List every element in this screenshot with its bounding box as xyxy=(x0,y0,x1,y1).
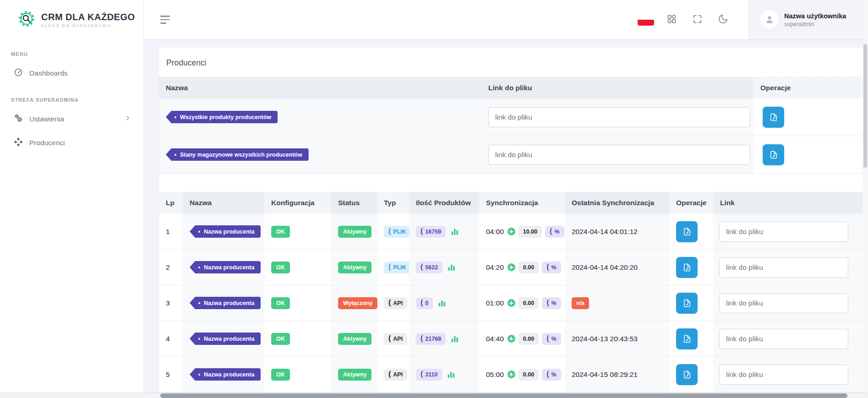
header-lp: Lp xyxy=(159,192,183,214)
type-pill: (PLIK xyxy=(384,226,411,238)
header-operacje: Operacje xyxy=(669,192,713,214)
sidebar: CRM DLA KAŻDEGO KLUCZ DO ZARZĄDZANIA MEN… xyxy=(0,0,144,393)
cell-ostatnia: 2024-04-14 04:20:20 xyxy=(565,250,669,285)
sync-time: 04:00 xyxy=(486,228,504,236)
export-link-button[interactable] xyxy=(676,328,698,349)
cell-status: Aktywny xyxy=(331,321,377,356)
brand-subtitle: KLUCZ DO ZARZĄDZANIA xyxy=(41,23,135,28)
status-badge: Aktywny xyxy=(338,333,371,345)
export-link-button[interactable] xyxy=(676,221,698,242)
hamburger-menu-icon[interactable] xyxy=(160,13,174,27)
cell-nazwa: Nazwa producenta xyxy=(183,250,264,285)
cell-operacje xyxy=(669,214,713,249)
link-input[interactable] xyxy=(488,107,750,127)
sync-value-pill: 0.00 xyxy=(519,262,539,273)
type-pill: (API xyxy=(384,333,407,345)
link-input[interactable] xyxy=(719,222,848,242)
table-row: 4 Nazwa producenta OK Aktywny (API (2176… xyxy=(159,321,863,357)
type-pill: (API xyxy=(384,297,407,309)
table-row: Wszystkie produkty producentów xyxy=(159,98,863,136)
cell-konfiguracja: OK xyxy=(264,357,331,392)
brand-title: CRM DLA KAŻDEGO xyxy=(41,12,135,22)
user-menu[interactable]: Nazwa użytkownika superadmin xyxy=(748,0,868,39)
cell-link xyxy=(713,250,863,285)
header-konfiguracja: Konfiguracja xyxy=(264,192,331,214)
cell-lp: 4 xyxy=(159,321,183,356)
cell-lp: 3 xyxy=(159,285,183,321)
stats-button[interactable] xyxy=(451,228,459,235)
vertical-scrollbar xyxy=(863,0,868,393)
link-input[interactable] xyxy=(719,365,848,385)
vertical-scrollbar-thumb[interactable] xyxy=(863,44,867,168)
horizontal-scrollbar-thumb[interactable] xyxy=(160,393,847,398)
category-badge: Stany magazynowe wszystkich producentów xyxy=(166,148,309,161)
apps-grid-icon xyxy=(666,14,677,26)
cell-typ: (API xyxy=(377,357,409,392)
sync-value-pill: 0.00 xyxy=(519,369,539,381)
cell-synchronizacja: 04:00 10.00 (% xyxy=(479,214,565,249)
stats-button[interactable] xyxy=(448,263,456,271)
producer-badge: Nazwa producenta xyxy=(190,225,261,238)
export-link-button[interactable] xyxy=(676,364,698,385)
sidebar-item-dashboards[interactable]: Dashboards xyxy=(0,61,143,85)
language-flag-button[interactable] xyxy=(635,9,656,30)
stats-button[interactable] xyxy=(448,371,455,378)
count-pill: (0 xyxy=(416,297,433,309)
status-badge: Aktywny xyxy=(338,226,371,238)
export-link-button[interactable] xyxy=(763,107,784,128)
apps-grid-button[interactable] xyxy=(661,9,682,30)
header-ilosc: Ilość Produktów xyxy=(409,192,479,214)
sidebar-section-superadmin: STREFA SUPERADMINA xyxy=(0,85,143,107)
bullet-dot xyxy=(198,231,200,233)
stats-button[interactable] xyxy=(438,299,446,307)
sidebar-item-label: Ustawienia xyxy=(29,115,64,123)
count-pill: (21768 xyxy=(416,333,446,345)
cell-link xyxy=(481,98,753,136)
diamonds-icon xyxy=(14,137,23,148)
sidebar-section-menu: MENU xyxy=(0,39,143,61)
user-name: Nazwa użytkownika xyxy=(784,12,846,20)
fullscreen-button[interactable] xyxy=(687,9,708,30)
dark-mode-button[interactable] xyxy=(712,9,733,30)
cell-nazwa: Nazwa producenta xyxy=(183,321,264,356)
sidebar-item-ustawienia[interactable]: Ustawienia xyxy=(0,107,143,131)
cell-nazwa: Stany magazynowe wszystkich producentów xyxy=(159,136,481,173)
link-input[interactable] xyxy=(719,293,848,313)
header-nazwa: Nazwa xyxy=(159,77,481,98)
export-link-button[interactable] xyxy=(676,293,698,314)
cell-nazwa: Nazwa producenta xyxy=(183,357,264,392)
cell-synchronizacja: 04:20 0.00 (% xyxy=(479,250,565,285)
moon-icon xyxy=(718,14,728,26)
sidebar-item-producenci[interactable]: Producenci xyxy=(0,131,143,155)
plus-icon xyxy=(508,228,515,235)
cell-synchronizacja: 04:40 0.00 (% xyxy=(479,321,565,356)
cell-ilosc: (3110 xyxy=(409,357,479,392)
producers-table: Lp Nazwa Konfiguracja Status Typ Ilość P… xyxy=(159,192,863,393)
cell-typ: (API xyxy=(377,285,409,321)
cell-operacje xyxy=(669,285,713,321)
export-link-button[interactable] xyxy=(676,257,698,278)
chevron-right-icon xyxy=(124,114,131,124)
last-sync: n/a xyxy=(572,297,589,309)
cell-link xyxy=(713,214,863,249)
bullet-dot xyxy=(198,338,200,340)
header-link-do-pliku: Link do pliku xyxy=(481,77,753,98)
header-link: Link xyxy=(713,192,863,214)
export-link-button[interactable] xyxy=(763,144,784,165)
link-input[interactable] xyxy=(488,145,750,165)
cell-nazwa: Nazwa producenta xyxy=(183,214,264,249)
header-status: Status xyxy=(331,192,377,214)
page-title: Producenci xyxy=(159,48,863,77)
link-input[interactable] xyxy=(719,257,848,278)
cell-typ: (PLIK xyxy=(377,250,409,285)
table-row: 1 Nazwa producenta OK Aktywny (PLIK (167… xyxy=(159,214,863,250)
gear-magnifier-icon xyxy=(17,9,37,30)
link-input[interactable] xyxy=(719,329,848,349)
stats-button[interactable] xyxy=(451,335,459,343)
brand-logo[interactable]: CRM DLA KAŻDEGO KLUCZ DO ZARZĄDZANIA xyxy=(0,0,143,39)
bullet-dot xyxy=(175,154,176,156)
cell-operacje xyxy=(669,357,713,392)
bullet-dot xyxy=(198,302,200,304)
topbar: Nazwa użytkownika superadmin xyxy=(144,0,868,39)
avatar xyxy=(760,11,779,29)
